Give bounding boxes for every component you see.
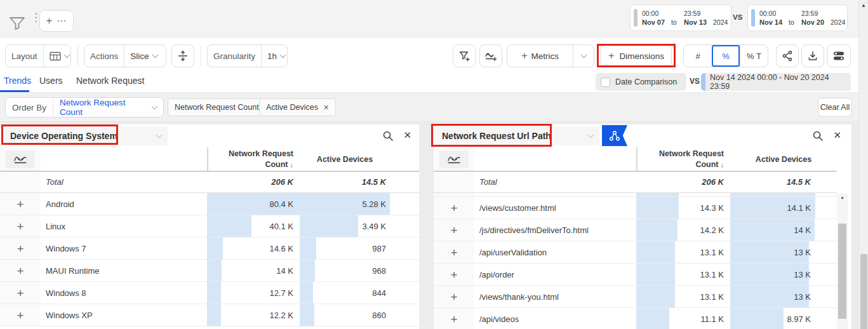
plus-icon: +	[46, 15, 53, 27]
clear-all-button[interactable]: Clear All	[818, 98, 852, 117]
metrics-dropdown[interactable]	[573, 45, 594, 67]
column-header-network-request-count[interactable]: Network Request Count↓	[636, 147, 730, 171]
download-icon	[807, 50, 818, 62]
row-expand-button[interactable]: +	[17, 198, 23, 210]
metric-chip-network-request-count[interactable]: Network Request Count	[168, 98, 266, 116]
date-range-primary[interactable]: 00:00 23:59 Nov 07 to Nov 13 2024	[630, 4, 731, 31]
value-bar	[300, 282, 313, 304]
split-view-button[interactable]	[171, 44, 194, 67]
table-panel-device-os: Device Operating System ✕ Net	[0, 124, 419, 329]
metric-value: 3.49 K	[362, 222, 386, 231]
trend-chart-toggle[interactable]	[6, 151, 35, 168]
column-header-line2: Count	[695, 160, 718, 169]
format-number-button[interactable]: #	[684, 45, 712, 67]
row-expand-button[interactable]: +	[450, 313, 457, 325]
value-bar	[207, 282, 221, 304]
granularity-control[interactable]: Granularity 1h	[207, 44, 288, 67]
end-time: 23:59	[801, 10, 831, 17]
add-filter-button[interactable]: + ⋯	[39, 10, 74, 32]
scroll-up-arrow-icon[interactable]: ▲	[859, 3, 868, 8]
window-scrollbar[interactable]: ▲	[858, 0, 868, 329]
table-row: + /api/userValidation 13.1 K 13 K	[434, 241, 837, 264]
row-expand-button[interactable]: +	[17, 243, 23, 255]
date-comparison-checkbox[interactable]	[601, 77, 610, 87]
value-bar	[300, 215, 358, 237]
metric-chip-active-devices[interactable]: Active Devices ✕	[259, 98, 336, 116]
layout-control[interactable]: Layout	[5, 44, 71, 67]
value-bar	[300, 304, 314, 326]
total-label: Total	[479, 177, 497, 187]
row-expand-button[interactable]: +	[17, 309, 23, 321]
chip-close-icon[interactable]: ✕	[323, 104, 329, 112]
toolbar-divider	[201, 46, 201, 66]
table-row: + Windows 7 14.6 K 987	[0, 238, 419, 260]
format-percent-button[interactable]: %	[712, 45, 740, 67]
order-by-control[interactable]: Order By Network Request Count	[5, 97, 164, 117]
total-active-devices: 14.5 K	[787, 177, 811, 187]
table-row: + /views/customer.html 14.3 K 14.1 K	[434, 197, 837, 219]
tab-users[interactable]: Users	[39, 76, 63, 86]
row-expand-button[interactable]: +	[17, 265, 23, 277]
share-button[interactable]	[776, 44, 799, 67]
filter-funnel-icon[interactable]	[8, 14, 27, 33]
dimension-selector-device-os[interactable]: Device Operating System	[4, 126, 168, 145]
scroll-up-arrow-icon[interactable]: ▲	[837, 195, 848, 199]
row-expand-button[interactable]: +	[450, 269, 457, 281]
metric-value: 987	[372, 244, 386, 253]
search-icon[interactable]	[382, 130, 394, 142]
close-icon[interactable]: ✕	[403, 130, 411, 141]
line-chart-icon	[13, 154, 28, 164]
layout-label: Layout	[11, 51, 37, 61]
granularity-picker[interactable]: 1h	[261, 45, 291, 67]
column-header-network-request-count[interactable]: Network Request Count↓	[207, 147, 300, 171]
dimension-name: Device Operating System	[10, 131, 117, 141]
metric-value: 14 K	[276, 266, 293, 276]
value-bar	[636, 193, 679, 196]
add-chart-icon-button[interactable]	[479, 44, 502, 67]
layout-picker[interactable]	[43, 45, 75, 67]
actions-control[interactable]: Actions Slice	[84, 44, 166, 67]
row-expand-button[interactable]: +	[450, 246, 457, 258]
order-by-bar: Order By Network Request Count Network R…	[0, 93, 858, 122]
column-header-active-devices[interactable]: Active Devices	[300, 147, 390, 171]
scrollbar-thumb[interactable]	[838, 224, 846, 319]
tab-network-request[interactable]: Network Request	[76, 76, 144, 86]
metric-value: 13.1 K	[700, 292, 724, 302]
actions-picker[interactable]: Slice	[124, 45, 163, 67]
dimension-selector-url-path[interactable]: Network Request Url Path	[436, 126, 599, 145]
table-row: + Android 80.4 K 5.28 K	[0, 193, 419, 215]
comparison-range[interactable]: Nov 14 2024 00:00 - Nov 20 2024 23:59	[701, 73, 851, 91]
value-bar	[636, 197, 679, 218]
settings-toggles-button[interactable]	[827, 44, 851, 67]
column-header-active-devices[interactable]: Active Devices	[730, 147, 837, 171]
add-filter-icon-button[interactable]	[453, 44, 476, 67]
value-bar	[636, 264, 675, 285]
scrollbar-thumb[interactable]	[860, 254, 867, 329]
date-range-comparison[interactable]: 00:00 23:59 Nov 14 to Nov 20 2024	[747, 4, 848, 31]
search-icon[interactable]	[812, 130, 824, 142]
table-scrollbar[interactable]: ▲	[837, 193, 848, 329]
chevron-down-icon	[588, 131, 594, 138]
add-metrics-button[interactable]: + Metrics	[507, 45, 573, 67]
metrics-label: Metrics	[531, 51, 559, 61]
metric-value: 11.1 K	[700, 314, 724, 324]
tab-trends[interactable]: Trends	[4, 76, 31, 86]
close-icon[interactable]: ✕	[833, 130, 841, 141]
value-bar	[207, 304, 221, 326]
hierarchy-view-button[interactable]	[602, 125, 627, 146]
order-by-picker[interactable]: Network Request Count	[53, 98, 163, 117]
format-percent-total-button[interactable]: % T	[740, 45, 768, 67]
sort-desc-icon: ↓	[290, 161, 294, 168]
row-expand-button[interactable]: +	[17, 287, 23, 299]
row-expand-button[interactable]: +	[450, 291, 457, 303]
to-label: to	[789, 18, 801, 26]
add-metrics-control[interactable]: + Metrics	[507, 44, 594, 67]
row-expand-button[interactable]: +	[450, 202, 457, 214]
row-expand-button[interactable]: +	[17, 220, 23, 232]
add-dimensions-button[interactable]: + Dimensions	[601, 44, 672, 67]
value-bar	[730, 308, 784, 329]
total-label: Total	[46, 177, 63, 187]
download-button[interactable]	[801, 44, 824, 67]
row-expand-button[interactable]: +	[450, 224, 457, 236]
trend-chart-toggle[interactable]	[439, 151, 469, 168]
